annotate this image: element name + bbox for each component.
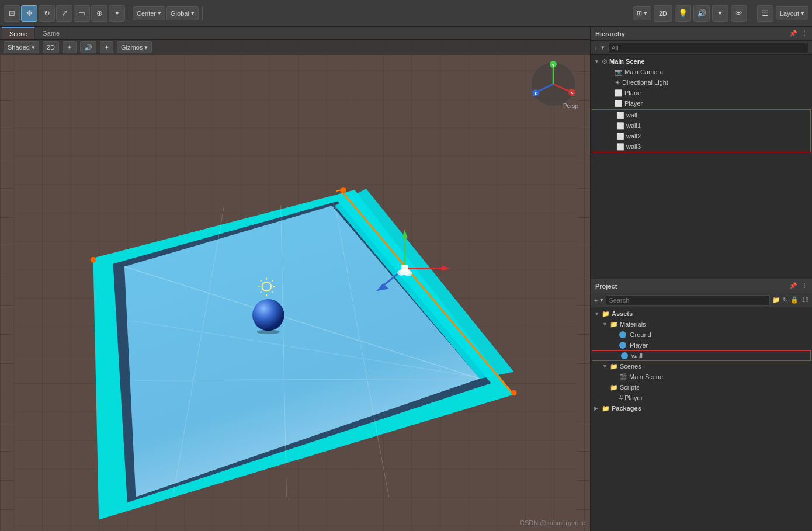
gizmo-axes-svg: y x z xyxy=(529,60,578,109)
tab-game-label: Game xyxy=(42,30,60,37)
svg-point-19 xyxy=(257,329,280,334)
proj-item-assets[interactable]: ▼ 📁 Assets xyxy=(591,308,812,319)
tree-item-wall3[interactable]: ⬜ wall3 xyxy=(592,141,810,152)
wall3-icon: ⬜ xyxy=(616,143,624,151)
project-add-btn[interactable]: + xyxy=(594,297,598,304)
toolbar-2d-btn[interactable]: 2D xyxy=(654,5,672,22)
toolbar-btn-move[interactable]: ✥ xyxy=(21,5,37,22)
gizmo-widget[interactable]: y x z Persp xyxy=(529,60,578,109)
proj-label-player-script: Player xyxy=(624,394,643,401)
toolbar-btn-rect[interactable]: ▭ xyxy=(74,5,90,22)
proj-item-scenes[interactable]: ▼ 📁 Scenes xyxy=(591,361,812,372)
2d-btn[interactable]: 2D xyxy=(43,41,59,53)
tree-label-player: Player xyxy=(624,100,643,107)
tab-scene[interactable]: Scene xyxy=(2,27,35,39)
toolbar-right: ⊞ ▾ 2D 💡 🔊 ✦ 👁 ☰ Layout ▾ xyxy=(633,5,808,22)
hierarchy-dots-icon[interactable]: ⋮ xyxy=(801,30,807,37)
gizmos-btn[interactable]: Gizmos ▾ xyxy=(117,41,152,53)
tree-item-wall1[interactable]: ⬜ wall1 xyxy=(592,120,810,131)
tree-label-main-scene: Main Scene xyxy=(609,58,645,65)
proj-label-assets: Assets xyxy=(612,310,633,317)
proj-label-packages: Packages xyxy=(612,405,641,412)
hierarchy-content: ▼ ⚙ Main Scene 📷 Main Camera ☀ Direction… xyxy=(591,55,812,279)
camera-icon: 📷 xyxy=(615,68,623,76)
tree-item-dir-light[interactable]: ☀ Directional Light xyxy=(591,77,812,88)
tree-label-camera: Main Camera xyxy=(624,68,663,75)
proj-item-player-script[interactable]: # Player xyxy=(591,393,812,403)
audio-icon: 🔊 xyxy=(84,44,92,51)
tree-item-player[interactable]: ⬜ Player xyxy=(591,98,812,109)
hierarchy-add-btn[interactable]: + xyxy=(594,44,598,51)
proj-item-materials[interactable]: ▼ 📁 Materials xyxy=(591,319,812,329)
global-arrow: ▾ xyxy=(191,9,195,17)
project-search[interactable] xyxy=(606,295,769,306)
player-mat-icon xyxy=(619,342,626,349)
toolbar-btn-scale[interactable]: ⤢ xyxy=(56,5,72,22)
tree-item-wall[interactable]: ⬜ wall xyxy=(592,110,810,120)
tree-item-wall2[interactable]: ⬜ wall2 xyxy=(592,131,810,141)
proj-item-main-scene-asset[interactable]: 🎬 Main Scene xyxy=(591,372,812,382)
toolbar-group-pivot: Center ▾ Global ▾ xyxy=(133,6,203,20)
scene-view[interactable]: Scene Game Shaded ▾ 2D ☀ 🔊 ✦ xyxy=(0,27,590,531)
proj-item-scripts[interactable]: 📁 Scripts xyxy=(591,382,812,393)
tree-item-main-scene[interactable]: ▼ ⚙ Main Scene xyxy=(591,56,812,67)
project-lock-icon[interactable]: 🔒 xyxy=(790,296,799,304)
toolbar-fx-btn[interactable]: ✦ xyxy=(712,5,728,22)
lighting-btn[interactable]: ☀ xyxy=(63,41,77,53)
svg-point-15 xyxy=(341,187,346,193)
tree-item-main-camera[interactable]: 📷 Main Camera xyxy=(591,67,812,77)
toolbar-btn-custom[interactable]: ✦ xyxy=(109,5,125,22)
layout2-label: Layout xyxy=(780,10,799,17)
layout2-dropdown[interactable]: Layout ▾ xyxy=(776,6,808,20)
layout-dropdown[interactable]: ⊞ ▾ xyxy=(633,6,651,20)
proj-item-ground[interactable]: Ground xyxy=(591,329,812,340)
project-dropdown-btn[interactable]: ▾ xyxy=(600,296,603,304)
hierarchy-panel: Hierarchy 📌 ⋮ + ▾ ▼ ⚙ Main Scene xyxy=(591,27,812,279)
project-dots-icon[interactable]: ⋮ xyxy=(801,282,807,290)
project-content: ▼ 📁 Assets ▼ 📁 Materials Ground xyxy=(591,307,812,531)
project-pin-icon[interactable]: 📌 xyxy=(789,282,797,290)
materials-folder-icon: 📁 xyxy=(610,321,618,328)
hierarchy-dropdown-btn[interactable]: ▾ xyxy=(601,44,605,51)
tab-scene-label: Scene xyxy=(9,30,27,37)
expand-arrow: ▼ xyxy=(594,58,600,64)
project-folder-icon[interactable]: 📁 xyxy=(772,296,780,304)
main-scene-asset-icon: 🎬 xyxy=(619,373,627,381)
pivot-arrow: ▾ xyxy=(158,9,161,17)
proj-item-packages[interactable]: ▶ 📁 Packages xyxy=(591,403,812,414)
project-refresh-icon[interactable]: ↻ xyxy=(783,296,788,304)
gizmos-label: Gizmos xyxy=(121,44,143,51)
layout-arrow: ▾ xyxy=(644,9,647,17)
right-panel: Hierarchy 📌 ⋮ + ▾ ▼ ⚙ Main Scene xyxy=(590,27,812,531)
tab-game[interactable]: Game xyxy=(35,27,67,39)
packages-arrow: ▶ xyxy=(594,405,600,411)
scene-canvas: y x z Persp xyxy=(0,42,590,531)
toolbar-layers-btn[interactable]: ☰ xyxy=(757,5,773,22)
effects-btn[interactable]: ✦ xyxy=(100,41,113,53)
audio-btn[interactable]: 🔊 xyxy=(80,41,96,53)
svg-text:z: z xyxy=(535,91,537,96)
tree-item-plane[interactable]: ⬜ Plane xyxy=(591,88,812,98)
hierarchy-search[interactable] xyxy=(608,43,808,53)
global-dropdown[interactable]: Global ▾ xyxy=(166,6,199,20)
top-toolbar: ⊞ ✥ ↻ ⤢ ▭ ⊕ ✦ Center ▾ Global ▾ ⊞ ▾ 2D 💡… xyxy=(0,0,812,27)
proj-item-player-mat[interactable]: Player xyxy=(591,340,812,350)
toolbar-divider xyxy=(752,5,752,22)
toolbar-gizmos-btn[interactable]: 👁 xyxy=(731,5,747,22)
toolbar-btn-rotate[interactable]: ↻ xyxy=(39,5,55,22)
toolbar-btn-select[interactable]: ⊞ xyxy=(4,5,20,22)
wall-mat-icon xyxy=(621,352,628,359)
scripts-folder-icon: 📁 xyxy=(610,384,618,391)
project-panel: Project 📌 ⋮ + ▾ 📁 ↻ 🔒 16 ▼ 📁 xyxy=(591,279,812,531)
hierarchy-pin-icon[interactable]: 📌 xyxy=(789,30,797,37)
toolbar-btn-transform[interactable]: ⊕ xyxy=(91,5,107,22)
proj-label-player-mat: Player xyxy=(630,342,648,349)
toolbar-light-btn[interactable]: 💡 xyxy=(675,5,691,22)
svg-text:y: y xyxy=(552,62,555,67)
toolbar-audio-btn[interactable]: 🔊 xyxy=(693,5,710,22)
shaded-btn[interactable]: Shaded ▾ xyxy=(4,41,39,53)
2d-label: 2D xyxy=(47,44,55,51)
tree-label-wall1: wall1 xyxy=(626,122,641,129)
proj-item-wall-mat[interactable]: wall xyxy=(592,350,811,361)
pivot-dropdown[interactable]: Center ▾ xyxy=(133,6,165,20)
